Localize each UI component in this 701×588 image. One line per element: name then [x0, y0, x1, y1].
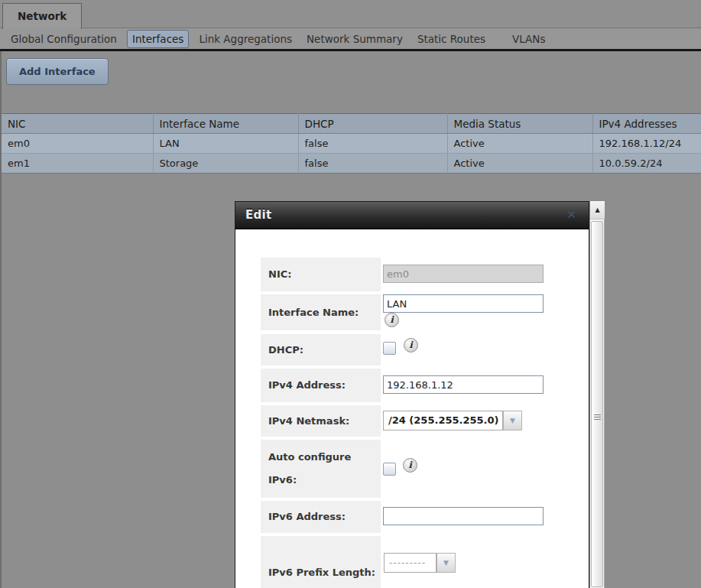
col-header-nic[interactable]: NIC	[2, 114, 153, 134]
ipv6-address-field[interactable]	[383, 507, 544, 525]
nic-field	[383, 265, 544, 283]
cell-interface-name: LAN	[153, 134, 298, 154]
col-header-interface-name[interactable]: Interface Name	[153, 114, 298, 134]
interface-name-field[interactable]	[383, 294, 544, 313]
tab-network[interactable]: Network	[2, 3, 82, 29]
ipv6-prefix-length-select[interactable]: ---------	[384, 553, 437, 573]
edit-dialog: Edit ✕ NIC: Interface Name: i DHCP: i IP…	[235, 201, 589, 588]
ipv4-netmask-label: IPv4 Netmask:	[261, 405, 381, 437]
chevron-down-icon[interactable]: ▼	[437, 553, 456, 573]
table-row[interactable]: em0 LAN false Active 192.168.1.12/24	[2, 134, 701, 154]
cell-nic: em0	[2, 134, 153, 154]
auto-configure-ipv6-label: Auto configure IPv6:	[261, 440, 381, 498]
cell-dhcp: false	[298, 154, 447, 174]
cell-media-status: Active	[447, 154, 592, 174]
cell-nic: em1	[2, 154, 153, 174]
chevron-down-icon[interactable]: ▼	[503, 411, 522, 430]
dialog-scrollbar[interactable]: ▲	[590, 201, 605, 588]
col-header-media-status[interactable]: Media Status	[447, 114, 592, 134]
edit-dialog-title: Edit	[245, 208, 272, 222]
info-icon[interactable]: i	[404, 338, 418, 352]
add-interface-button[interactable]: Add Interface	[6, 58, 109, 85]
scrollbar-grip-icon	[594, 414, 601, 421]
ipv6-address-label: IPv6 Address:	[261, 501, 381, 533]
info-icon[interactable]: i	[403, 458, 417, 473]
dhcp-checkbox[interactable]	[383, 342, 396, 355]
main-tab-bar: Network	[0, 0, 701, 28]
tab-network-label: Network	[18, 10, 67, 22]
info-icon[interactable]: i	[385, 313, 399, 327]
scroll-up-icon[interactable]: ▲	[590, 201, 605, 219]
subtab-interfaces[interactable]: Interfaces	[127, 30, 189, 48]
subtab-vlans[interactable]: VLANs	[508, 31, 550, 47]
cell-ipv4-addresses: 192.168.1.12/24	[592, 134, 701, 154]
subtab-bar: Global Configuration Interfaces Link Agg…	[0, 28, 701, 49]
cell-dhcp: false	[298, 134, 447, 154]
dhcp-label: DHCP:	[261, 334, 381, 365]
col-header-dhcp[interactable]: DHCP	[298, 114, 447, 134]
screen: Network Global Configuration Interfaces …	[0, 0, 701, 588]
subtab-link-aggregations[interactable]: Link Aggregations	[194, 31, 297, 47]
interface-name-label: Interface Name:	[261, 294, 381, 330]
subtab-global-configuration[interactable]: Global Configuration	[6, 31, 122, 47]
auto-configure-ipv6-checkbox[interactable]	[383, 463, 396, 476]
scrollbar-thumb[interactable]	[591, 221, 603, 587]
subtab-network-summary[interactable]: Network Summary	[302, 31, 407, 47]
cell-interface-name: Storage	[153, 154, 298, 174]
cell-media-status: Active	[447, 134, 592, 154]
subtab-static-routes[interactable]: Static Routes	[413, 31, 490, 47]
ipv4-address-field[interactable]	[383, 375, 544, 394]
interfaces-table: NIC Interface Name DHCP Media Status IPv…	[2, 113, 701, 174]
ipv4-netmask-select[interactable]: /24 (255.255.255.0)	[383, 411, 503, 430]
close-icon[interactable]: ✕	[566, 202, 576, 229]
table-row[interactable]: em1 Storage false Active 10.0.59.2/24	[2, 154, 701, 174]
col-header-ipv4-addresses[interactable]: IPv4 Addresses	[592, 114, 701, 134]
nic-label: NIC:	[261, 258, 381, 291]
ipv6-prefix-length-label: IPv6 Prefix Length:	[261, 536, 381, 588]
edit-dialog-titlebar[interactable]: Edit ✕	[235, 202, 589, 229]
edit-dialog-body: NIC: Interface Name: i DHCP: i IPv4 Addr…	[235, 229, 589, 588]
ipv4-address-label: IPv4 Address:	[261, 369, 381, 402]
cell-ipv4-addresses: 10.0.59.2/24	[592, 154, 701, 174]
table-header-row: NIC Interface Name DHCP Media Status IPv…	[2, 114, 701, 134]
